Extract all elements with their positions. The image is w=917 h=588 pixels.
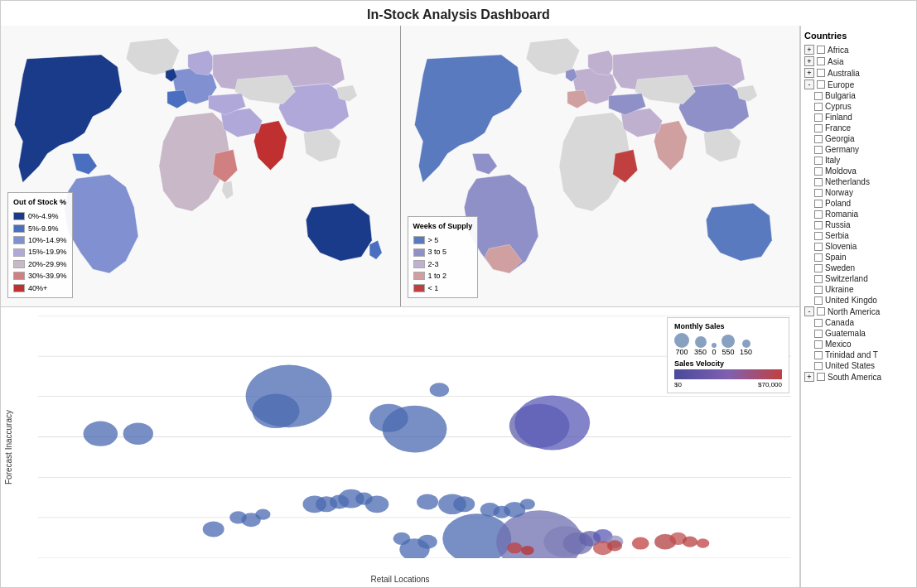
expand-north-america[interactable]: - — [804, 306, 814, 316]
label-trinidad: Trinidad and T — [825, 350, 878, 359]
expand-africa[interactable]: + — [804, 45, 814, 55]
sidebar-item-serbia[interactable]: Serbia — [804, 230, 913, 241]
expand-asia[interactable]: + — [804, 56, 814, 66]
label-north-america: North America — [828, 307, 880, 316]
cb-sweden[interactable] — [814, 264, 823, 272]
label-australia: Australia — [828, 69, 860, 78]
expand-south-america[interactable]: + — [804, 372, 814, 382]
svg-point-57 — [632, 537, 649, 549]
sidebar-item-france[interactable]: France — [804, 123, 913, 133]
expand-europe[interactable]: - — [804, 80, 814, 89]
label-russia: Russia — [825, 220, 851, 229]
cb-north-america[interactable] — [817, 307, 825, 316]
label-sweden: Sweden — [825, 263, 855, 272]
right-sidebar: Countries + Africa + Asia + Australia - — [800, 26, 916, 587]
cb-united-kingdom[interactable] — [814, 296, 823, 305]
sidebar-item-ukraine[interactable]: Ukraine — [804, 284, 913, 295]
sidebar-item-south-america[interactable]: + South America — [804, 371, 913, 383]
sidebar-item-australia[interactable]: + Australia — [804, 67, 913, 79]
cb-germany[interactable] — [814, 146, 823, 154]
svg-point-43 — [417, 535, 437, 549]
cb-finland[interactable] — [814, 113, 823, 122]
label-south-america: South America — [828, 373, 881, 382]
sidebar-item-bulgaria[interactable]: Bulgaria — [804, 90, 913, 101]
sidebar-item-finland[interactable]: Finland — [804, 112, 913, 123]
sidebar-item-russia[interactable]: Russia — [804, 219, 913, 230]
cb-switzerland[interactable] — [814, 275, 823, 283]
sidebar-item-cyprus[interactable]: Cyprus — [804, 101, 913, 112]
label-0: 0%-4.9% — [28, 210, 59, 222]
cb-poland[interactable] — [814, 200, 823, 208]
label-france: France — [825, 123, 851, 133]
cb-canada[interactable] — [814, 319, 823, 327]
cb-cyprus[interactable] — [814, 103, 823, 111]
out-of-stock-map: Out of Stock % 0%-4.9% 5%-9.9% 10%-14.9% — [1, 26, 400, 306]
cb-ukraine[interactable] — [814, 286, 823, 294]
cb-guatemala[interactable] — [814, 330, 823, 338]
sidebar-item-germany[interactable]: Germany — [804, 144, 913, 155]
cb-united-states[interactable] — [814, 362, 823, 370]
swatch-3 — [13, 248, 25, 257]
cb-slovenia[interactable] — [814, 243, 823, 251]
cb-russia[interactable] — [814, 221, 823, 229]
main-content: Out of Stock % 0%-4.9% 5%-9.9% 10%-14.9% — [1, 26, 916, 587]
sidebar-item-trinidad[interactable]: Trinidad and T — [804, 349, 913, 360]
sidebar-item-mexico[interactable]: Mexico — [804, 339, 913, 349]
ws-legend-item-4: < 1 — [413, 282, 473, 294]
label-serbia: Serbia — [825, 231, 849, 240]
cb-africa[interactable] — [817, 46, 825, 54]
legend-item-3: 15%-19.9% — [13, 246, 67, 258]
legend-item-5: 30%-39.9% — [13, 270, 67, 282]
label-europe: Europe — [828, 80, 854, 89]
cb-south-america[interactable] — [817, 373, 825, 381]
sidebar-item-north-america[interactable]: - North America — [804, 306, 913, 317]
sidebar-item-poland[interactable]: Poland — [804, 198, 913, 209]
cb-serbia[interactable] — [814, 232, 823, 240]
label-netherlands: Netherlands — [825, 177, 870, 186]
sidebar-item-norway[interactable]: Norway — [804, 187, 913, 198]
expand-australia[interactable]: + — [804, 68, 814, 78]
cb-romania[interactable] — [814, 210, 823, 219]
scatter-container: Forecast Inaccuracy Retail Locations — [1, 307, 799, 587]
sidebar-item-guatemala[interactable]: Guatemala — [804, 328, 913, 339]
cb-norway[interactable] — [814, 189, 823, 197]
cb-spain[interactable] — [814, 253, 823, 262]
cb-georgia[interactable] — [814, 135, 823, 143]
cb-australia[interactable] — [817, 69, 825, 77]
sidebar-item-canada[interactable]: Canada — [804, 317, 913, 328]
sidebar-item-spain[interactable]: Spain — [804, 252, 913, 263]
sidebar-item-sweden[interactable]: Sweden — [804, 263, 913, 273]
sidebar-item-asia[interactable]: + Asia — [804, 55, 913, 67]
cb-trinidad[interactable] — [814, 351, 823, 359]
cb-netherlands[interactable] — [814, 178, 823, 186]
svg-point-36 — [383, 406, 447, 453]
cb-mexico[interactable] — [814, 340, 823, 349]
sidebar-item-africa[interactable]: + Africa — [804, 44, 913, 55]
sidebar-item-netherlands[interactable]: Netherlands — [804, 176, 913, 187]
sidebar-item-united-states[interactable]: United States — [804, 360, 913, 371]
svg-point-38 — [430, 383, 449, 397]
bubble-icon-150 — [742, 340, 750, 348]
label-6: 40%+ — [28, 282, 47, 294]
cb-asia[interactable] — [817, 57, 825, 65]
sidebar-item-romania[interactable]: Romania — [804, 209, 913, 219]
cb-europe[interactable] — [817, 80, 825, 89]
sidebar-item-slovenia[interactable]: Slovenia — [804, 241, 913, 252]
left-panel: Out of Stock % 0%-4.9% 5%-9.9% 10%-14.9% — [1, 26, 800, 587]
ws-swatch-4 — [413, 284, 425, 292]
sidebar-item-switzerland[interactable]: Switzerland — [804, 273, 913, 284]
sidebar-item-united-kingdom[interactable]: United Kingdo — [804, 295, 913, 306]
monthly-sales-title: Monthly Sales — [674, 322, 782, 330]
sidebar-item-europe[interactable]: - Europe — [804, 79, 913, 90]
sidebar-item-georgia[interactable]: Georgia — [804, 133, 913, 144]
cb-france[interactable] — [814, 124, 823, 133]
y-axis-label: Forecast Inaccuracy — [4, 410, 13, 484]
cb-bulgaria[interactable] — [814, 92, 823, 100]
scatter-legend: Monthly Sales 700 350 0 — [667, 317, 789, 393]
sidebar-item-italy[interactable]: Italy — [804, 155, 913, 166]
label-bulgaria: Bulgaria — [825, 91, 856, 100]
cb-moldova[interactable] — [814, 167, 823, 176]
cb-italy[interactable] — [814, 157, 823, 165]
svg-point-44 — [393, 533, 411, 545]
sidebar-item-moldova[interactable]: Moldova — [804, 166, 913, 176]
